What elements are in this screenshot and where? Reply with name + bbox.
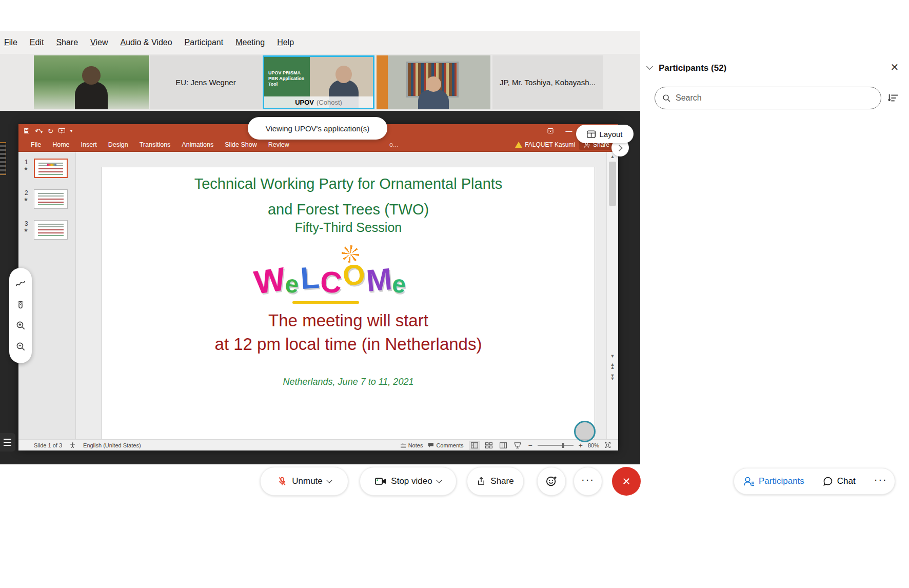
welcome-letter: M xyxy=(365,261,394,298)
animation-star-icon: ★ xyxy=(24,227,28,233)
video-tile-4[interactable] xyxy=(377,55,490,109)
participants-panel-title: Participants (52) xyxy=(659,63,726,73)
view-switcher xyxy=(469,441,523,450)
menu-meeting[interactable]: Meeting xyxy=(235,38,265,47)
menu-share[interactable]: Share xyxy=(56,38,78,47)
ribbon-overflow-text: o... xyxy=(389,138,398,152)
minimize-icon[interactable]: — xyxy=(560,124,578,138)
zoom-slider[interactable] xyxy=(538,445,574,446)
slide-date-line: Netherlands, June 7 to 11, 2021 xyxy=(102,377,595,387)
remote-control-icon[interactable] xyxy=(16,299,25,309)
video-tile-upov-active[interactable]: UPOV PRISMA PBR Application Tool UPOV (C… xyxy=(263,55,374,109)
menu-audio-video[interactable]: Audio & Video xyxy=(120,38,172,47)
leave-meeting-button[interactable] xyxy=(612,467,641,496)
ellipsis-icon: ··· xyxy=(581,474,595,485)
stop-video-button[interactable]: Stop video xyxy=(360,467,457,496)
menu-view[interactable]: View xyxy=(90,38,108,47)
comments-button[interactable]: Comments xyxy=(428,442,463,448)
chevron-down-icon[interactable] xyxy=(436,477,442,483)
slide-title-line1: Technical Working Party for Ornamental P… xyxy=(102,174,595,193)
next-slide-icon[interactable]: ▼▼ xyxy=(607,374,618,380)
ribbon-tab-transitions[interactable]: Transitions xyxy=(137,140,173,149)
start-presentation-icon[interactable] xyxy=(58,128,65,134)
menu-file[interactable]: File xyxy=(4,38,17,47)
zoom-out-icon[interactable] xyxy=(16,342,26,351)
ribbon-tab-design[interactable]: Design xyxy=(106,140,130,149)
slide-sorter-view-button[interactable] xyxy=(483,441,495,450)
animation-star-icon: ★ xyxy=(24,166,28,171)
close-panel-icon[interactable]: ✕ xyxy=(887,60,902,74)
ribbon-tabs: FileHomeInsertDesignTransitionsAnimation… xyxy=(29,140,291,149)
ribbon-display-options-icon[interactable] xyxy=(541,124,560,138)
video-tile-toshiya[interactable]: JP, Mr. Toshiya, Kobayash... xyxy=(492,55,603,109)
menu-edit[interactable]: Edit xyxy=(30,38,44,47)
ribbon-tab-insert[interactable]: Insert xyxy=(79,140,99,149)
qat-customize-icon[interactable]: ▾ xyxy=(70,128,73,133)
zoom-percentage[interactable]: 80% xyxy=(588,442,599,448)
previous-slide-icon[interactable]: ▲▲ xyxy=(607,363,618,369)
ribbon-tab-slide-show[interactable]: Slide Show xyxy=(223,140,259,149)
welcome-letter: e xyxy=(284,269,301,298)
normal-view-button[interactable] xyxy=(469,441,480,450)
menu-help[interactable]: Help xyxy=(277,38,294,47)
slide[interactable]: Technical Working Party for Ornamental P… xyxy=(102,167,595,439)
zoom-in-icon[interactable] xyxy=(16,321,26,330)
meeting-dock-icon[interactable] xyxy=(0,433,15,452)
slide-body-line1: The meeting will start xyxy=(102,309,595,332)
more-panels-button[interactable]: ··· xyxy=(865,468,897,494)
unmute-button[interactable]: Unmute xyxy=(260,467,348,496)
zoom-out-button[interactable]: − xyxy=(528,441,532,449)
save-icon[interactable] xyxy=(24,128,30,134)
share-content-button[interactable]: Share xyxy=(467,467,524,496)
ribbon-tab-home[interactable]: Home xyxy=(50,140,71,149)
tile-name-label: EU: Jens Wegner xyxy=(175,78,235,87)
layout-grid-icon xyxy=(587,130,596,138)
slide-thumbnail-1[interactable]: 1★ xyxy=(18,159,75,181)
slide-indicator: Slide 1 of 3 xyxy=(34,442,62,448)
slide-thumbnail-2[interactable]: 2★ xyxy=(18,189,75,212)
reactions-button[interactable] xyxy=(537,467,566,496)
warning-icon xyxy=(515,142,522,148)
notes-button[interactable]: Notes xyxy=(400,442,423,448)
reading-view-button[interactable] xyxy=(498,441,509,450)
participants-toggle-button[interactable]: Participants xyxy=(734,468,814,494)
ribbon-tab-review[interactable]: Review xyxy=(266,140,291,149)
zoom-in-button[interactable]: + xyxy=(579,441,583,449)
annotate-icon[interactable] xyxy=(15,280,26,288)
slide-number: 1 xyxy=(25,159,28,166)
participant-search-box[interactable] xyxy=(655,87,881,109)
chevron-down-icon[interactable] xyxy=(326,477,332,483)
layout-button[interactable]: Layout xyxy=(576,125,634,143)
chat-toggle-button[interactable]: Chat xyxy=(814,468,865,494)
scroll-down-icon[interactable]: ▼ xyxy=(607,354,618,359)
menu-participant[interactable]: Participant xyxy=(185,38,224,47)
language-status[interactable]: English (United States) xyxy=(83,442,141,448)
mic-muted-icon xyxy=(277,476,287,486)
ribbon-tab-file[interactable]: File xyxy=(29,140,43,149)
ppt-vertical-scrollbar[interactable]: ▲ ▼ ▲▲ ▼▼ xyxy=(606,152,618,439)
fit-slide-icon[interactable] xyxy=(604,442,611,448)
redo-icon[interactable]: ↻ xyxy=(48,127,53,135)
ppt-status-bar: Slide 1 of 3 English (United States) Not… xyxy=(18,439,618,450)
more-options-button[interactable]: ··· xyxy=(574,467,602,496)
participants-panel: Participants (52) ✕ xyxy=(640,54,909,464)
ellipsis-icon: ··· xyxy=(874,474,887,485)
slideshow-view-button[interactable] xyxy=(512,441,523,450)
accessibility-icon[interactable] xyxy=(69,442,76,448)
account-warning[interactable]: FALQUET Kasumi xyxy=(515,141,575,148)
ppt-workspace: 1★2★3★ Technical Working Party for Ornam… xyxy=(18,152,618,439)
zoom-slider-thumb[interactable] xyxy=(562,443,564,448)
slide-canvas: Technical Working Party for Ornamental P… xyxy=(76,152,606,439)
share-panel-grip[interactable] xyxy=(0,142,6,175)
slide-preview xyxy=(34,220,68,240)
video-tile-1[interactable] xyxy=(34,55,149,109)
search-icon xyxy=(662,94,671,103)
video-tile-jens-wegner[interactable]: EU: Jens Wegner xyxy=(150,55,262,109)
search-input[interactable] xyxy=(676,93,860,103)
scrollbar-thumb[interactable] xyxy=(609,162,616,206)
chevron-down-icon[interactable] xyxy=(646,63,653,70)
ribbon-tab-animations[interactable]: Animations xyxy=(180,140,215,149)
undo-icon[interactable]: ↶▾ xyxy=(35,127,43,135)
sort-participants-icon[interactable] xyxy=(887,92,899,104)
slide-thumbnail-3[interactable]: 3★ xyxy=(18,220,75,243)
